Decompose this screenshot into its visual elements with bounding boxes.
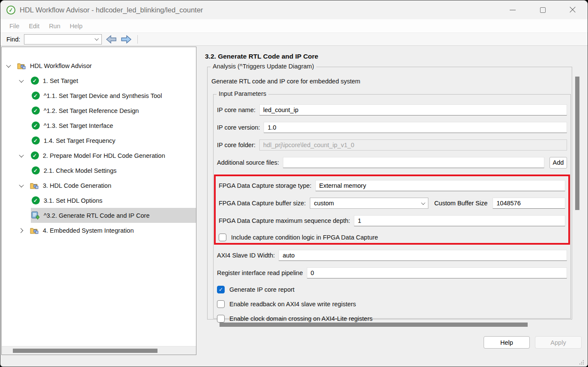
register-read-pipeline-input[interactable] xyxy=(307,267,567,278)
tree-item-label: 3.1. Set HDL Options xyxy=(44,197,102,204)
tree-item-label: 1. Set Target xyxy=(43,77,78,84)
menu-help[interactable]: Help xyxy=(65,23,87,30)
minimize-icon xyxy=(510,10,516,10)
expand-chevron-icon[interactable] xyxy=(18,229,30,232)
horizontal-scrollbar-thumb[interactable] xyxy=(220,323,528,327)
tree-item-set-target[interactable]: 1. Set Target xyxy=(2,73,196,88)
folder-icon xyxy=(30,226,39,235)
tree-item-set-target-device[interactable]: ^1.1. Set Target Device and Synthesis To… xyxy=(2,88,196,103)
analysis-groupbox-legend: Analysis (^Triggers Update Diagram) xyxy=(211,63,316,70)
axi4-slave-id-width-input[interactable] xyxy=(279,250,567,261)
tree-item-label: ^1.2. Set Target Reference Design xyxy=(44,107,139,114)
custom-buffer-size-label: Custom Buffer Size xyxy=(434,200,488,207)
tree-item-embedded-system-integration[interactable]: 4. Embedded System Integration xyxy=(2,223,196,238)
ip-core-name-input[interactable] xyxy=(259,104,567,115)
tree-item-hdl-workflow-advisor[interactable]: HDL Workflow Advisor xyxy=(2,58,196,73)
collapse-chevron-icon[interactable] xyxy=(18,154,30,157)
toolbar-separator xyxy=(137,35,138,44)
ip-core-folder-label: IP core folder: xyxy=(217,142,255,148)
close-button[interactable] xyxy=(558,0,588,19)
tree-item-set-target-interface[interactable]: ^1.3. Set Target Interface xyxy=(2,118,196,133)
folder-icon xyxy=(17,62,27,70)
include-capture-condition-checkbox[interactable] xyxy=(219,234,226,241)
passed-check-icon xyxy=(30,151,39,160)
add-source-file-button[interactable]: Add xyxy=(549,157,567,169)
workflow-tree: HDL Workflow Advisor 1. Set Target ^1.1.… xyxy=(2,47,196,238)
storage-type-input[interactable] xyxy=(315,180,565,191)
menu-edit[interactable]: Edit xyxy=(24,23,44,30)
analysis-groupbox: Analysis (^Triggers Update Diagram) Gene… xyxy=(207,67,572,320)
minimize-button[interactable] xyxy=(498,0,528,19)
task-detail-panel: 3.2. Generate RTL Code and IP Core Analy… xyxy=(197,46,588,367)
menu-bar: File Edit Run Help xyxy=(0,19,588,33)
generate-code-icon xyxy=(31,211,40,220)
vertical-scrollbar-thumb[interactable] xyxy=(575,77,579,210)
register-read-pipeline-label: Register interface read pipeline xyxy=(217,269,303,276)
chevron-down-icon xyxy=(421,201,425,205)
custom-buffer-size-input[interactable] xyxy=(493,198,565,209)
input-parameters-groupbox: Input Parameters IP core name: IP core v… xyxy=(213,94,571,319)
collapse-chevron-icon[interactable] xyxy=(18,184,30,187)
generate-ip-core-report-label: Generate IP core report xyxy=(229,286,294,293)
close-icon xyxy=(569,6,576,13)
workflow-advisor-app-icon xyxy=(6,6,15,15)
axi4-slave-id-width-label: AXI4 Slave ID Width: xyxy=(217,252,275,259)
tree-item-label: 2.1. Check Model Settings xyxy=(44,167,116,174)
passed-check-icon xyxy=(30,77,39,85)
maximize-button[interactable] xyxy=(528,0,558,19)
page-title: 3.2. Generate RTL Code and IP Core xyxy=(205,53,318,60)
collapse-chevron-icon[interactable] xyxy=(5,64,17,68)
find-next-button[interactable] xyxy=(121,35,132,44)
enable-clock-domain-crossing-label: Enable clock domain crossing on AXI4-Lit… xyxy=(229,315,372,322)
max-sequence-depth-input[interactable] xyxy=(354,215,565,226)
tree-item-set-hdl-options[interactable]: 3.1. Set HDL Options xyxy=(2,193,196,208)
fpga-data-capture-highlight-box: FPGA Data Capture storage type: FPGA Dat… xyxy=(214,175,570,245)
passed-check-icon xyxy=(31,92,40,100)
passed-check-icon xyxy=(31,166,40,175)
tree-item-prepare-model[interactable]: 2. Prepare Model For HDL Code Generation xyxy=(2,148,196,163)
apply-button: Apply xyxy=(535,336,582,349)
menu-file[interactable]: File xyxy=(5,23,24,30)
tree-item-hdl-code-generation[interactable]: 3. HDL Code Generation xyxy=(2,178,196,193)
tree-item-label: 4. Embedded System Integration xyxy=(43,227,134,234)
tree-item-set-target-reference-design[interactable]: ^1.2. Set Target Reference Design xyxy=(2,103,196,118)
buffer-size-label: FPGA Data Capture buffer size: xyxy=(219,200,306,207)
folder-icon xyxy=(30,181,39,190)
tree-item-label: 3. HDL Code Generation xyxy=(43,182,111,189)
passed-check-icon xyxy=(31,107,40,115)
hdl-workflow-advisor-window: HDL Workflow Advisor - hdlcoder_led_blin… xyxy=(0,0,588,367)
tree-item-check-model-settings[interactable]: 2.1. Check Model Settings xyxy=(2,163,196,178)
ip-core-version-input[interactable] xyxy=(264,122,567,133)
ip-core-version-label: IP core version: xyxy=(217,124,260,131)
include-capture-condition-label: Include capture condition logic in FPGA … xyxy=(231,234,378,241)
enable-readback-checkbox[interactable] xyxy=(217,300,225,308)
buffer-size-dropdown[interactable]: custom xyxy=(310,198,428,209)
ip-core-name-label: IP core name: xyxy=(217,107,255,113)
window-resize-grip[interactable] xyxy=(579,359,584,364)
collapse-chevron-icon[interactable] xyxy=(18,79,30,83)
tree-item-generate-rtl-code[interactable]: ^3.2. Generate RTL Code and IP Core xyxy=(2,208,196,223)
window-title: HDL Workflow Advisor - hdlcoder_led_blin… xyxy=(20,6,203,14)
tree-horizontal-scrollbar[interactable] xyxy=(2,346,196,355)
tree-item-label: ^1.3. Set Target Interface xyxy=(44,122,113,129)
find-combobox[interactable] xyxy=(24,34,102,44)
passed-check-icon xyxy=(31,121,40,130)
find-previous-button[interactable] xyxy=(106,35,117,44)
task-description: Generate RTL code and IP core for embedd… xyxy=(211,78,360,85)
tree-item-label: ^3.2. Generate RTL Code and IP Core xyxy=(44,212,150,219)
tree-item-label: ^1.1. Set Target Device and Synthesis To… xyxy=(44,92,162,99)
additional-source-files-input[interactable] xyxy=(283,157,544,168)
tree-item-set-target-frequency[interactable]: 1.4. Set Target Frequency xyxy=(2,133,196,148)
enable-clock-domain-crossing-checkbox[interactable] xyxy=(217,315,225,323)
arrow-right-icon xyxy=(121,35,132,44)
maximize-icon xyxy=(540,7,546,13)
enable-readback-label: Enable readback on AXI4 slave write regi… xyxy=(229,301,356,308)
menu-run[interactable]: Run xyxy=(44,23,65,30)
tree-item-label: 1.4. Set Target Frequency xyxy=(44,137,116,144)
max-sequence-depth-label: FPGA Data Capture maximum sequence depth… xyxy=(219,217,350,224)
arrow-left-icon xyxy=(106,35,117,44)
tree-horizontal-scrollbar-thumb[interactable] xyxy=(13,349,157,353)
help-button[interactable]: Help xyxy=(484,336,530,349)
workflow-tree-panel: HDL Workflow Advisor 1. Set Target ^1.1.… xyxy=(1,47,196,355)
generate-ip-core-report-checkbox[interactable] xyxy=(217,286,225,293)
